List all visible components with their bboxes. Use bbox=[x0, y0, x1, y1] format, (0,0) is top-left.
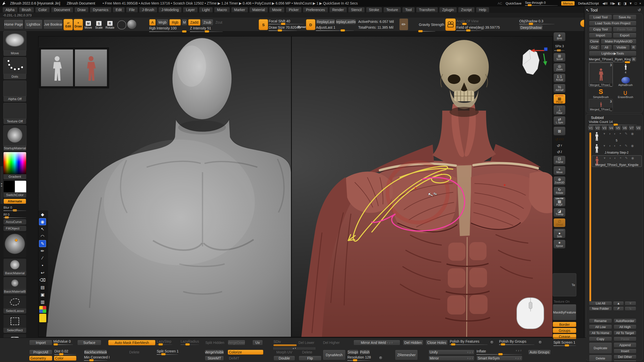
pen-palette-icon[interactable]: ◉ bbox=[39, 218, 46, 225]
min-connected-slider[interactable]: Min Connected I bbox=[84, 355, 107, 361]
dist-slider[interactable]: Dist 0.02 bbox=[54, 349, 76, 355]
strip-button[interactable]: ∅ Ghost bbox=[553, 218, 566, 227]
polish-features-mode-dot[interactable] bbox=[490, 340, 494, 344]
polish-groups-mode-dot[interactable] bbox=[538, 340, 542, 344]
window-control-icon[interactable]: × bbox=[639, 2, 641, 5]
visible-count-slider[interactable]: Visible Count 14 bbox=[589, 120, 637, 125]
tray-label[interactable]: Blur 0 bbox=[4, 205, 26, 211]
sdiv-bar[interactable] bbox=[273, 344, 297, 346]
move-out-folder-button[interactable]: ↳ bbox=[625, 306, 636, 311]
tray-label[interactable]: FillObject bbox=[4, 226, 26, 231]
subtool-row[interactable]: ▾ ◑ ◐ ◓ ✎ ◉ J Anatomy Step-2 bbox=[592, 143, 641, 154]
duplicate-button[interactable]: Duplicate bbox=[589, 342, 612, 354]
paste-subtool-button[interactable]: Paste bbox=[614, 337, 636, 341]
strip-button[interactable]: ↻ Rotate bbox=[553, 187, 566, 196]
midvalue-slider[interactable]: MidValue 0 bbox=[53, 339, 73, 345]
window-control-icon[interactable]: □ bbox=[635, 2, 637, 5]
tray-thumbnail[interactable] bbox=[4, 277, 26, 289]
menu-item[interactable]: Color bbox=[35, 7, 50, 13]
strip-button[interactable]: ↺ XYZ bbox=[555, 137, 564, 142]
lightbox-button[interactable]: LightBox bbox=[24, 20, 43, 29]
menu-item[interactable]: Alpha bbox=[3, 7, 18, 13]
tool-thumb-current[interactable]: 3 Merged_TPose1_ bbox=[589, 63, 613, 87]
auto-reorder-button[interactable]: AutoReorder bbox=[614, 319, 636, 323]
pen-palette-icon[interactable] bbox=[39, 306, 47, 313]
move-into-folder-button[interactable]: ↱ bbox=[613, 306, 624, 311]
deep-shadow-button[interactable]: DeepShadow bbox=[519, 25, 543, 30]
thumbnail-gray-model[interactable] bbox=[41, 49, 73, 86]
tool-thumb-alphabrush[interactable]: AlphaBrush bbox=[614, 75, 637, 87]
delmt-button[interactable]: DelMT bbox=[228, 356, 250, 361]
pen-palette-icon[interactable]: ✎ bbox=[39, 240, 46, 247]
mask-by-feature-button[interactable]: MaskByFeature bbox=[553, 304, 576, 320]
tray-label[interactable]: BasicMaterialB bbox=[4, 289, 26, 294]
strip-button[interactable]: ◪ Transp bbox=[553, 208, 566, 217]
strip-button[interactable]: ½ AAHalf bbox=[553, 84, 566, 93]
sdiv-label[interactable]: SDiv bbox=[273, 340, 281, 344]
live-boolean-button[interactable]: Live Boolean bbox=[44, 20, 63, 29]
tray-label[interactable]: StartupMaterial bbox=[4, 146, 26, 151]
tray-label[interactable]: SwitchColor bbox=[4, 193, 26, 198]
import-button[interactable]: Import bbox=[589, 33, 612, 38]
tray-thumbnail[interactable] bbox=[3, 57, 26, 74]
tool-thumb-eraserbrush[interactable]: ⊃ EraserBrush bbox=[614, 87, 637, 99]
quicksave-button[interactable]: QuickSave bbox=[506, 2, 521, 5]
lazyradius-slider[interactable]: LazyRadius bbox=[181, 339, 199, 345]
groups-button[interactable]: Groups bbox=[553, 328, 576, 333]
visibility-tab[interactable]: V4 bbox=[608, 125, 614, 131]
menu-item[interactable]: Edit bbox=[113, 7, 125, 13]
obj-shadow-slider[interactable]: ObjShadow 0.3 bbox=[519, 19, 554, 24]
menu-item[interactable]: Tool bbox=[402, 7, 415, 13]
home-page-button[interactable]: Home Page bbox=[4, 20, 23, 29]
m-button[interactable]: M bbox=[182, 19, 187, 26]
clone-button[interactable]: Clone bbox=[589, 39, 600, 44]
storemt-button[interactable]: StoreMT bbox=[205, 356, 224, 361]
pen-palette-icon[interactable]: • bbox=[39, 262, 46, 269]
lightbox-tools-button[interactable]: Lightbox▶Tools bbox=[589, 51, 636, 56]
tool-refresh-icon[interactable]: ↺ bbox=[638, 8, 641, 12]
delete-layer-button[interactable]: Delete bbox=[123, 350, 145, 355]
scale-button[interactable]: SScale bbox=[94, 19, 104, 29]
mergedown-button[interactable]: MergeDown bbox=[228, 340, 245, 345]
default-zscript-button[interactable]: DefaultZScript bbox=[578, 2, 599, 5]
angle-of-view-slider[interactable]: Angle Of View bbox=[456, 19, 480, 24]
strip-button[interactable]: ⇄ L.Sym bbox=[553, 116, 566, 125]
subtool-row[interactable]: ▾ ◑ ◐ ◓ ✎ ◉ Merged_TPose1_Ryan_Kingslie bbox=[592, 155, 642, 167]
dynamesh-button[interactable]: DynaMesh bbox=[323, 350, 346, 360]
strip-button[interactable]: Dynamic ▦ Persp bbox=[553, 94, 566, 104]
camera-orientation-gizmo[interactable] bbox=[515, 45, 548, 83]
see-through-slider[interactable]: See-through 0 bbox=[525, 1, 558, 6]
strip-button[interactable]: ⊞ Scroll bbox=[553, 53, 566, 62]
insert-button[interactable]: Insert bbox=[614, 349, 636, 353]
rename-button[interactable]: Rename bbox=[589, 319, 612, 323]
smart-resym-button[interactable]: Smart ReSymx y z bbox=[476, 356, 522, 361]
replay-last-rel-button[interactable]: ReplayLastRel bbox=[336, 19, 356, 25]
timeline-thumbnails[interactable] bbox=[38, 47, 109, 89]
tray-thumbnail[interactable] bbox=[3, 80, 26, 97]
lazystep-slider[interactable]: LazyStep bbox=[157, 339, 172, 345]
menu-item[interactable]: Dynamics bbox=[90, 7, 111, 13]
colorize-button[interactable]: Colorize bbox=[228, 350, 263, 355]
geometry-tab-button[interactable]: Geometry bbox=[29, 356, 52, 361]
menu-item[interactable]: Movie bbox=[269, 7, 285, 13]
mrgb-button[interactable]: Mrgb bbox=[156, 19, 169, 26]
texture-on-label[interactable]: Texture On bbox=[554, 300, 570, 303]
thumbnail-anatomy-model[interactable] bbox=[75, 49, 107, 86]
draw-mode-icon[interactable]: D bbox=[306, 19, 315, 30]
move-button[interactable]: MMove bbox=[83, 19, 94, 29]
strip-button[interactable]: ◎ Zoom bbox=[553, 63, 566, 72]
menu-item[interactable]: Marker bbox=[231, 7, 248, 13]
strip-button[interactable]: + Move bbox=[553, 166, 566, 175]
replay-last-button[interactable]: ReplayLast bbox=[316, 19, 335, 25]
save-as-button[interactable]: Save As bbox=[613, 15, 636, 20]
window-control-icon[interactable]: ◧ bbox=[618, 2, 621, 5]
strip-button[interactable]: ✶ Xpose bbox=[553, 240, 566, 249]
split-screen-slider-bottom[interactable]: Split Screen 1 bbox=[553, 340, 576, 346]
uv-button[interactable]: Uv bbox=[252, 340, 263, 345]
z-intensity-slider[interactable]: Z Intensity 51 bbox=[190, 26, 223, 32]
goz-button[interactable]: GoZ bbox=[589, 45, 600, 50]
tray-label[interactable]: BasicMaterial bbox=[4, 271, 26, 276]
resolution-mode-dot[interactable] bbox=[379, 356, 383, 360]
del-other-button[interactable]: Del Other bbox=[614, 355, 636, 359]
pen-palette-icon[interactable]: ↩ bbox=[39, 269, 46, 276]
